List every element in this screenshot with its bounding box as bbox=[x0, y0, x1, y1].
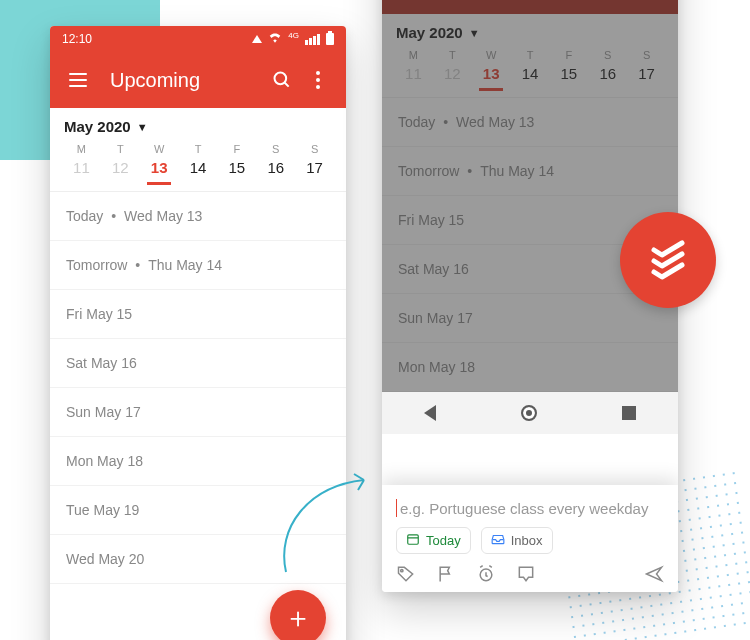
day-column[interactable]: T14 bbox=[511, 49, 550, 91]
page-title: Upcoming bbox=[110, 69, 264, 92]
agenda-lead: Tomorrow bbox=[66, 257, 127, 273]
nav-recent-button[interactable] bbox=[622, 406, 636, 420]
day-column[interactable]: T14 bbox=[179, 143, 218, 185]
agenda-date: Thu May 14 bbox=[148, 257, 222, 273]
day-of-week: T bbox=[179, 143, 218, 155]
menu-button[interactable] bbox=[60, 62, 96, 98]
agenda-row[interactable]: Sun May 17 bbox=[382, 294, 678, 343]
week-strip: M11T12W13T14F15S16S17 bbox=[382, 45, 678, 91]
search-button[interactable] bbox=[596, 0, 632, 4]
search-icon bbox=[272, 70, 292, 90]
overflow-button[interactable] bbox=[300, 62, 336, 98]
day-column[interactable]: M11 bbox=[62, 143, 101, 185]
search-button[interactable] bbox=[264, 62, 300, 98]
day-number: 13 bbox=[479, 65, 504, 91]
overflow-button[interactable] bbox=[632, 0, 668, 4]
day-number: 15 bbox=[549, 65, 588, 88]
android-nav-bar bbox=[382, 392, 678, 434]
quick-add-panel: e.g. Portuguese class every weekday Toda… bbox=[382, 485, 678, 592]
day-of-week: S bbox=[627, 49, 666, 61]
day-number: 14 bbox=[511, 65, 550, 88]
agenda-lead: Today bbox=[66, 208, 103, 224]
week-strip: M11T12W13T14F15S16S17 bbox=[50, 139, 346, 185]
day-of-week: S bbox=[588, 49, 627, 61]
day-column[interactable]: M11 bbox=[394, 49, 433, 91]
agenda-date: Sat May 16 bbox=[398, 261, 469, 277]
month-label: May 2020 bbox=[64, 118, 131, 135]
day-number: 12 bbox=[433, 65, 472, 88]
label-button[interactable] bbox=[396, 564, 416, 584]
day-column[interactable]: T12 bbox=[101, 143, 140, 185]
app-bar: Upcoming bbox=[382, 0, 678, 14]
project-chip[interactable]: Inbox bbox=[481, 527, 553, 554]
comment-button[interactable] bbox=[516, 564, 536, 584]
agenda-date: Fri May 15 bbox=[398, 212, 464, 228]
nav-back-button[interactable] bbox=[424, 405, 436, 421]
status-time: 12:10 bbox=[62, 32, 92, 46]
chevron-down-icon: ▼ bbox=[469, 27, 480, 39]
month-selector[interactable]: May 2020 ▼ bbox=[50, 108, 346, 139]
agenda-date: Thu May 14 bbox=[480, 163, 554, 179]
svg-line-1 bbox=[285, 83, 289, 87]
day-number: 17 bbox=[627, 65, 666, 88]
day-of-week: W bbox=[472, 49, 511, 61]
day-of-week: F bbox=[549, 49, 588, 61]
dimmed-background: 12:10 Upcoming May 2020 ▼ M11T12W13T14F1… bbox=[382, 0, 678, 392]
app-bar: Upcoming bbox=[50, 52, 346, 108]
day-number: 14 bbox=[179, 159, 218, 182]
day-column[interactable]: S16 bbox=[588, 49, 627, 91]
agenda-row[interactable]: Fri May 15 bbox=[50, 290, 346, 339]
agenda-row[interactable]: Today • Wed May 13 bbox=[382, 98, 678, 147]
day-column[interactable]: F15 bbox=[217, 143, 256, 185]
todoist-logo-badge bbox=[620, 212, 716, 308]
agenda-row[interactable]: Mon May 18 bbox=[50, 437, 346, 486]
submit-button[interactable] bbox=[644, 564, 664, 584]
day-number: 11 bbox=[62, 159, 101, 182]
chevron-down-icon: ▼ bbox=[137, 121, 148, 133]
day-column[interactable]: W13 bbox=[472, 49, 511, 91]
agenda-row[interactable]: Tue May 19 bbox=[50, 486, 346, 535]
day-column[interactable]: S17 bbox=[627, 49, 666, 91]
todoist-logo-icon bbox=[644, 236, 692, 284]
day-column[interactable]: S16 bbox=[256, 143, 295, 185]
agenda-row[interactable]: Wed May 20 bbox=[50, 535, 346, 584]
plus-icon: ＋ bbox=[284, 604, 312, 632]
day-number: 13 bbox=[147, 159, 172, 185]
agenda-row[interactable]: Tomorrow • Thu May 14 bbox=[382, 147, 678, 196]
svg-rect-4 bbox=[408, 535, 419, 544]
quick-add-actions bbox=[396, 564, 664, 584]
agenda-date: Fri May 15 bbox=[66, 306, 132, 322]
agenda-row[interactable]: Mon May 18 bbox=[382, 343, 678, 392]
nav-home-button[interactable] bbox=[521, 405, 537, 421]
day-column[interactable]: F15 bbox=[549, 49, 588, 91]
day-number: 11 bbox=[394, 65, 433, 88]
day-number: 17 bbox=[295, 159, 334, 182]
day-number: 12 bbox=[101, 159, 140, 182]
agenda-row[interactable]: Tomorrow • Thu May 14 bbox=[50, 241, 346, 290]
wifi-icon bbox=[268, 32, 282, 46]
agenda-row[interactable]: Sun May 17 bbox=[50, 388, 346, 437]
day-of-week: W bbox=[140, 143, 179, 155]
month-selector[interactable]: May 2020 ▼ bbox=[382, 14, 678, 45]
day-column[interactable]: T12 bbox=[433, 49, 472, 91]
reminder-button[interactable] bbox=[476, 564, 496, 584]
day-of-week: F bbox=[217, 143, 256, 155]
status-bar: 12:10 4G bbox=[50, 26, 346, 52]
month-label: May 2020 bbox=[396, 24, 463, 41]
agenda-list[interactable]: Today • Wed May 13Tomorrow • Thu May 14F… bbox=[50, 192, 346, 584]
task-name-input[interactable]: e.g. Portuguese class every weekday bbox=[396, 497, 664, 527]
day-number: 16 bbox=[256, 159, 295, 182]
agenda-date: Wed May 13 bbox=[124, 208, 202, 224]
day-number: 15 bbox=[217, 159, 256, 182]
svg-point-0 bbox=[275, 73, 287, 85]
day-column[interactable]: W13 bbox=[140, 143, 179, 185]
menu-button[interactable] bbox=[392, 0, 428, 4]
agenda-row[interactable]: Today • Wed May 13 bbox=[50, 192, 346, 241]
agenda-lead: Today bbox=[398, 114, 435, 130]
due-date-chip[interactable]: Today bbox=[396, 527, 471, 554]
hamburger-icon bbox=[69, 79, 87, 81]
agenda-row[interactable]: Sat May 16 bbox=[50, 339, 346, 388]
add-task-fab[interactable]: ＋ bbox=[270, 590, 326, 640]
priority-button[interactable] bbox=[436, 564, 456, 584]
day-column[interactable]: S17 bbox=[295, 143, 334, 185]
